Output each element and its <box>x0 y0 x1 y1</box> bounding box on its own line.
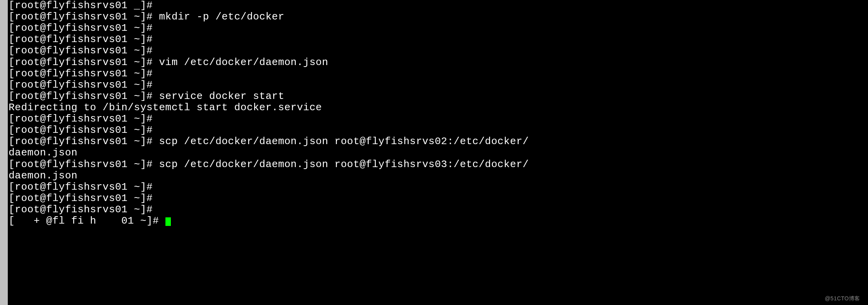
terminal-line: [root@flyfishsrvs01 ~]# <box>9 204 868 215</box>
terminal-line: [root@flyfishsrvs01 ~]# <box>9 79 868 91</box>
terminal-prompt-partial: [ + @fl fi h 01 ~]# <box>9 215 165 227</box>
terminal-container: [root@flyfishsrvs01 _]# [root@flyfishsrv… <box>0 0 868 305</box>
terminal-cursor <box>165 217 171 226</box>
terminal-line: [root@flyfishsrvs01 ~]# <box>9 125 868 136</box>
terminal-output[interactable]: [root@flyfishsrvs01 _]# [root@flyfishsrv… <box>8 0 868 305</box>
terminal-line: [root@flyfishsrvs01 ~]# vim /etc/docker/… <box>9 57 868 68</box>
terminal-line: daemon.json <box>9 147 868 159</box>
terminal-scrollbar[interactable] <box>0 0 8 305</box>
terminal-line: [root@flyfishsrvs01 ~]# <box>9 23 868 34</box>
terminal-line: [root@flyfishsrvs01 ~]# <box>9 113 868 125</box>
terminal-line: [root@flyfishsrvs01 ~]# scp /etc/docker/… <box>9 136 868 147</box>
watermark-text: @51CTO博客 <box>825 296 860 302</box>
terminal-line: [root@flyfishsrvs01 ~]# <box>9 45 868 56</box>
terminal-line: [root@flyfishsrvs01 _]# <box>9 0 868 11</box>
terminal-line: [root@flyfishsrvs01 ~]# mkdir -p /etc/do… <box>9 11 868 23</box>
terminal-line: [root@flyfishsrvs01 ~]# service docker s… <box>9 91 868 102</box>
terminal-line: [root@flyfishsrvs01 ~]# scp /etc/docker/… <box>9 159 868 170</box>
terminal-line: [root@flyfishsrvs01 ~]# <box>9 193 868 204</box>
terminal-line: [root@flyfishsrvs01 ~]# <box>9 68 868 79</box>
terminal-current-line: [ + @fl fi h 01 ~]# <box>9 215 868 227</box>
terminal-line: Redirecting to /bin/systemctl start dock… <box>9 102 868 113</box>
terminal-line: [root@flyfishsrvs01 ~]# <box>9 34 868 45</box>
terminal-line: daemon.json <box>9 170 868 182</box>
terminal-line: [root@flyfishsrvs01 ~]# <box>9 182 868 193</box>
